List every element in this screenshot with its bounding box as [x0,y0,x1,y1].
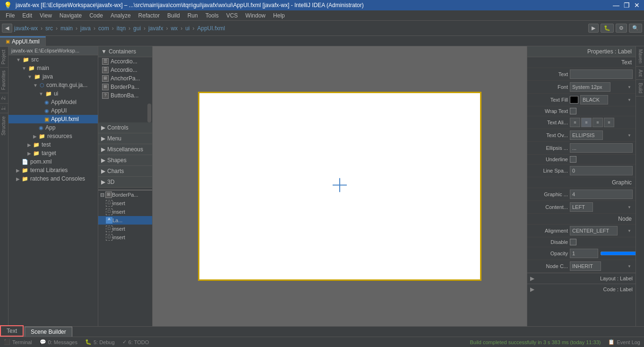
tree-item-main[interactable]: ▼ 📁 main [9,64,98,72]
align-center-button[interactable]: ≡ [581,118,592,127]
textfill-select[interactable]: BLACK [580,95,608,104]
right-tab-ant[interactable]: Ant [636,67,644,80]
toolbar-search-button[interactable]: 🔍 [629,24,642,33]
menu-file[interactable]: File [2,11,18,20]
right-tab-maven[interactable]: Maven [636,46,644,67]
menu-refactor[interactable]: Refactor [135,11,163,20]
underline-checkbox[interactable] [570,156,576,163]
palette-section-containers[interactable]: ▼ Containers [98,46,152,57]
left-tab-1[interactable]: 1: [0,103,8,113]
palette-section-charts[interactable]: ▶ Charts [98,166,152,177]
left-tab-favorites[interactable]: Favorites [0,67,8,93]
tab-text[interactable]: Text [0,325,24,337]
tree-item-target[interactable]: ▶ 📁 target [9,149,98,157]
palette-section-misc[interactable]: ▶ Miscellaneous [98,144,152,155]
tree-item-app[interactable]: ◉ App [9,123,98,132]
left-tab-structure[interactable]: Structure [0,113,8,139]
menu-view[interactable]: View [36,11,56,20]
tab-scene-builder[interactable]: Scene Builder [25,327,72,337]
menu-code[interactable]: Code [86,11,107,20]
breadcrumb-wx[interactable]: wx [171,25,178,32]
font-select[interactable]: System 12px [570,82,610,92]
toolbar-debug-button[interactable]: 🐛 [601,24,614,33]
palette-scrollbar[interactable] [147,104,151,122]
todo-status[interactable]: ✓ 6: TODO [122,339,149,345]
palette-section-controls[interactable]: ▶ Controls [98,122,152,133]
close-button[interactable]: ✕ [634,2,640,9]
linespacing-input[interactable] [570,166,633,175]
palette-item-accordionpane2[interactable]: ☰ Accordio... [98,66,152,74]
nodec-select[interactable]: INHERIT [570,261,601,271]
opacity-slider[interactable] [600,250,635,257]
layout-section-link[interactable]: ▶ Layout : Label [527,273,635,284]
debug-status[interactable]: 🐛 5: Debug [85,339,115,345]
restore-button[interactable]: ❐ [623,2,630,9]
menu-run[interactable]: Run [184,11,202,20]
palette-item-borderpane[interactable]: ⊞ BorderPa... [98,83,152,91]
align-left-button[interactable]: ≡ [570,118,580,127]
menu-analyze[interactable]: Analyze [107,11,135,20]
left-tab-project[interactable]: Project [0,46,8,67]
hierarchy-item-insert3[interactable]: □ insert [98,225,152,233]
graphic-input[interactable] [570,190,633,199]
palette-item-buttonbar[interactable]: ? ButtonBa... [98,91,152,100]
breadcrumb-javafx[interactable]: javafx [148,25,163,32]
hierarchy-item-insert1[interactable]: □ insert [98,199,152,208]
align-right-button[interactable]: ≡ [592,118,603,127]
hierarchy-item-insert2[interactable]: □ insert [98,208,152,216]
breadcrumb-src[interactable]: src [45,25,53,32]
breadcrumb-java[interactable]: java [80,25,91,32]
breadcrumb-ui[interactable]: ui [185,25,189,32]
left-tab-2[interactable]: 2: [0,93,8,103]
breadcrumb-itqn[interactable]: itqn [117,25,126,32]
terminal-status[interactable]: ⬛ Terminal [4,339,32,345]
menu-build[interactable]: Build [163,11,184,20]
hierarchy-item-insert4[interactable]: □ insert [98,233,152,242]
tree-item-package[interactable]: ▼ ⬡ com.itqn.gui.ja... [9,81,98,89]
toolbar-run-button[interactable]: ▶ [588,24,599,33]
palette-item-anchorpane[interactable]: ⊞ AnchorPa... [98,74,152,83]
palette-section-menu[interactable]: ▶ Menu [98,133,152,144]
palette-section-3d[interactable]: ▶ 3D [98,177,152,188]
breadcrumb-file[interactable]: AppUI.fxml [197,25,225,32]
content-select[interactable]: LEFT [570,202,593,212]
file-tab-appui[interactable]: ▣ AppUI.fxml [0,36,46,46]
tree-item-resources[interactable]: ▶ 📁 resources [9,132,98,140]
tree-item-appmodel[interactable]: ◉ AppModel [9,98,98,106]
code-section-link[interactable]: ▶ Code : Label [527,284,635,295]
tree-item-libraries[interactable]: ▶ 📁 ternal Libraries [9,166,98,174]
toolbar-back-button[interactable]: ◀ [2,24,12,33]
text-input[interactable] [570,69,633,79]
breadcrumb-project[interactable]: javafx-wx [14,25,38,32]
tree-item-test[interactable]: ▶ 📁 test [9,140,98,149]
event-log-status[interactable]: 📋 Event Log [608,339,640,345]
tree-item-ui[interactable]: ▼ 📁 ui [9,89,98,98]
opacity-input[interactable] [570,249,598,258]
tree-item-appui-java[interactable]: ◉ AppUI [9,106,98,115]
textfill-color-swatch[interactable] [570,96,578,104]
alignment-select[interactable]: CENTER_LEFT [570,226,618,235]
palette-item-accordionpane1[interactable]: ☰ Accordio... [98,57,152,66]
disable-checkbox[interactable] [570,239,576,245]
menu-tools[interactable]: Tools [202,11,223,20]
tree-item-appui-fxml[interactable]: ▣ AppUI.fxml [9,115,98,123]
toolbar-settings-button[interactable]: ⚙ [616,24,627,33]
menu-help[interactable]: Help [269,11,289,20]
tree-item-pomxml[interactable]: 📄 pom.xml [9,157,98,166]
textoverflow-select[interactable]: ELLIPSIS [570,130,603,140]
wraptext-checkbox[interactable] [570,108,576,114]
hierarchy-item-label[interactable]: A La... [98,216,152,225]
hierarchy-item-borderpane[interactable]: ⊟ ⊞ BorderPa... [98,191,152,199]
right-tab-build[interactable]: Build [636,80,644,96]
ellipsis-input[interactable] [570,143,633,153]
messages-status[interactable]: 💬 0: Messages [40,339,77,345]
breadcrumb-main[interactable]: main [60,25,73,32]
menu-vcs[interactable]: VCS [223,11,242,20]
menu-edit[interactable]: Edit [18,11,36,20]
breadcrumb-gui[interactable]: gui [133,25,141,32]
align-justify-button[interactable]: ≡ [604,118,614,127]
menu-window[interactable]: Window [241,11,269,20]
tree-item-scratches[interactable]: ▶ 📁 ratches and Consoles [9,174,98,183]
minimize-button[interactable]: — [613,2,619,9]
palette-section-shapes[interactable]: ▶ Shapes [98,155,152,166]
